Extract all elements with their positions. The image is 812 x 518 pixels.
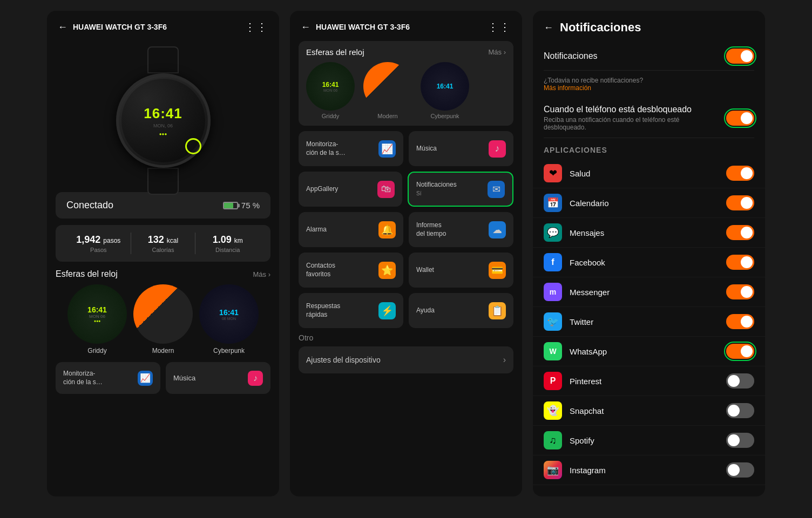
phone-unlocked-title: Cuando el teléfono está desbloqueado <box>544 105 720 114</box>
grid-tile-music[interactable]: Música ♪ <box>409 131 513 166</box>
app-toggle-knob-pinterest <box>728 375 740 387</box>
app-toggle-facebook[interactable] <box>726 255 754 270</box>
watch-illustration: 16:41 MON, 06 ●●● <box>104 46 222 181</box>
question-row: ¿Todavia no recibe notificaciones? Más i… <box>544 71 754 98</box>
grid-tile-appgallery-icon: 🛍 <box>377 181 395 198</box>
stats-row: 1,942 pasos Pasos 132 kcal Calorías 1.09… <box>56 225 270 262</box>
main-notif-title: Notificaciones <box>544 51 726 61</box>
main-notif-info: Notificaciones <box>544 51 726 61</box>
watch-band-top <box>147 46 179 73</box>
app-toggle-mensajes[interactable] <box>726 225 754 240</box>
panel2-faces-title: Esferas del reloj <box>306 47 364 57</box>
panel2-face-modern[interactable]: Modern <box>363 62 412 119</box>
app-toggle-knob-salud <box>741 167 753 179</box>
watch-steps-indicator: ●●● <box>159 132 167 137</box>
main-notif-toggle-knob <box>741 50 753 62</box>
app-name-messenger: Messenger <box>570 288 726 297</box>
panel2-faces-header: Esferas del reloj Más › <box>306 47 506 57</box>
app-toggle-whatsapp[interactable] <box>726 344 754 359</box>
wf-cyberpunk-info: 06 MON <box>222 317 236 321</box>
phone-unlocked-toggle[interactable] <box>726 111 754 126</box>
panel2-ajustes-chevron: › <box>503 355 506 365</box>
connected-status-bar: Conectado 75 % <box>56 192 270 219</box>
grid-tile-ayuda[interactable]: Ayuda 📋 <box>409 293 513 328</box>
app-toggle-knob-mensajes <box>741 227 753 238</box>
wf-griddy-info: MON 06 <box>89 314 105 319</box>
grid-tile-alarma[interactable]: Alarma 🔔 <box>299 212 403 247</box>
question-text: ¿Todavia no recibe notificaciones? <box>544 77 754 84</box>
stat-calories-value: 132 kcal <box>131 234 195 246</box>
stat-steps-label: Pasos <box>66 247 131 253</box>
main-notif-toggle[interactable] <box>726 49 754 64</box>
app-toggle-messenger[interactable] <box>726 284 754 299</box>
face-item-griddy[interactable]: 16:41 MON 06 ●●● Griddy <box>67 284 127 355</box>
tile-music[interactable]: Música ♪ <box>166 362 270 394</box>
app-name-instagram: Instagram <box>570 466 726 475</box>
phone-unlocked-info: Cuando el teléfono está desbloqueado Rec… <box>544 105 720 131</box>
grid-tile-notificaciones-label: NotificacionesSí <box>416 181 488 197</box>
wf-cyberpunk-time: 16:41 <box>219 308 239 317</box>
app-icon-instagram: 📷 <box>544 461 562 479</box>
p2-cyberpunk-time: 16:41 <box>437 83 454 90</box>
stat-distance-label: Distancia <box>195 247 260 253</box>
grid-tile-contactos[interactable]: Contactosfavoritos ⭐ <box>299 253 403 288</box>
panel2-face-modern-thumb <box>363 62 412 111</box>
phone-unlocked-toggle-knob <box>741 112 753 124</box>
app-toggle-twitter[interactable] <box>726 314 754 329</box>
grid-tile-weather[interactable]: Informesdel tiempo ☁ <box>409 212 513 247</box>
stat-distance: 1.09 km Distancia <box>195 234 260 253</box>
panel2-face-griddy-thumb: 16:41 MON 06 <box>306 62 355 111</box>
panel2-face-cyberpunk-thumb: 16:41 <box>421 62 469 111</box>
app-toggle-pinterest[interactable] <box>726 373 754 388</box>
panel2-face-griddy[interactable]: 16:41 MON 06 Griddy <box>306 62 355 119</box>
grid-tile-weather-icon: ☁ <box>489 221 506 238</box>
panel2-ajustes-row[interactable]: Ajustes del dispositivo › <box>299 346 513 373</box>
panel1-back-button[interactable]: ← <box>58 22 67 33</box>
panel2-face-modern-label: Modern <box>363 113 412 119</box>
app-toggle-salud[interactable] <box>726 166 754 181</box>
grid-tile-respuestas-icon: ⚡ <box>378 302 396 319</box>
watch-time: 16:41 <box>144 105 182 122</box>
app-name-calendario: Calendario <box>570 199 726 208</box>
watch-body: 16:41 MON, 06 ●●● <box>116 73 211 168</box>
grid-tile-monitoring-label: Monitoriza-ción de la s… <box>306 140 378 157</box>
question-link[interactable]: Más información <box>544 84 754 92</box>
app-toggle-knob-spotify <box>728 434 740 446</box>
grid-tile-respuestas[interactable]: Respuestasrápidas ⚡ <box>299 293 403 328</box>
panel2-face-cyberpunk[interactable]: 16:41 Cyberpunk <box>421 62 469 119</box>
app-row-facebook: f Facebook <box>533 248 765 277</box>
grid-tile-wallet[interactable]: Wallet 💳 <box>409 253 513 288</box>
battery-icon <box>223 202 238 209</box>
face-name-griddy: Griddy <box>67 347 127 355</box>
panel2-menu-dots[interactable]: ⋮⋮ <box>488 21 511 33</box>
grid-tile-appgallery[interactable]: AppGallery 🛍 <box>299 172 402 207</box>
app-toggle-spotify[interactable] <box>726 433 754 448</box>
face-item-modern[interactable]: Modern <box>133 284 193 355</box>
panel1-menu-dots[interactable]: ⋮⋮ <box>245 21 268 33</box>
panel1-faces-more[interactable]: Más › <box>253 270 271 278</box>
p2-griddy-date: MON 06 <box>323 88 337 92</box>
panel2-face-griddy-label: Griddy <box>306 113 355 119</box>
grid-tile-monitoring[interactable]: Monitoriza-ción de la s… 📈 <box>299 131 403 166</box>
stat-calories: 132 kcal Calorías <box>131 234 195 253</box>
phone-unlocked-sub: Reciba una notificación cuando el teléfo… <box>544 116 720 131</box>
app-toggle-instagram[interactable] <box>726 462 754 478</box>
grid-tile-notificaciones[interactable]: NotificacionesSí ✉ <box>408 172 513 207</box>
face-item-cyberpunk[interactable]: 16:41 06 MON Cyberpunk <box>199 284 259 355</box>
panel3-back-button[interactable]: ← <box>544 22 553 33</box>
app-row-calendario: 📅 Calendario <box>533 188 765 218</box>
grid-row-1: Monitoriza-ción de la s… 📈 Música ♪ <box>299 131 513 166</box>
panel2-faces-more[interactable]: Más › <box>489 48 506 56</box>
tile-monitoring[interactable]: Monitoriza-ción de la s… 📈 <box>56 362 160 394</box>
app-toggle-snapchat[interactable] <box>726 403 754 418</box>
panel-2: ← HUAWEI WATCH GT 3-3F6 ⋮⋮ Esferas del r… <box>290 11 522 496</box>
grid-tile-ayuda-label: Ayuda <box>416 306 489 315</box>
app-toggle-calendario[interactable] <box>726 195 754 210</box>
battery-fill <box>224 203 233 208</box>
connected-label: Conectado <box>66 200 113 211</box>
app-row-whatsapp: W WhatsApp <box>533 337 765 366</box>
panel2-back-button[interactable]: ← <box>301 22 310 33</box>
app-toggle-knob-instagram <box>728 464 740 476</box>
app-icon-whatsapp: W <box>544 342 562 360</box>
app-icon-pinterest: P <box>544 372 562 390</box>
